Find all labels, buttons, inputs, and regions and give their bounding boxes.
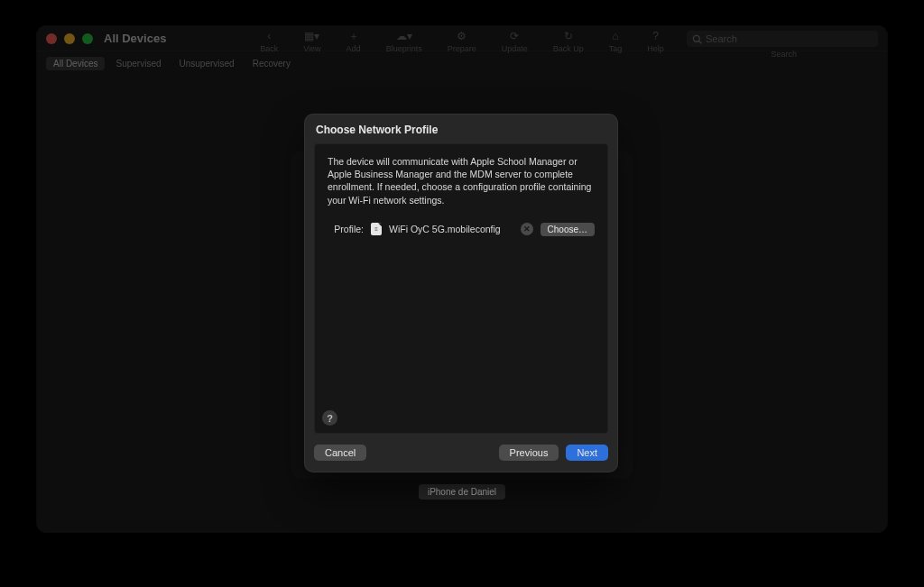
chevron-left-icon: ‹ (267, 30, 271, 42)
previous-button[interactable]: Previous (499, 445, 559, 461)
cancel-button[interactable]: Cancel (314, 445, 366, 461)
svg-line-1 (699, 41, 702, 43)
toolbar-back-button[interactable]: ‹ Back (260, 30, 278, 53)
toolbar-label: Prepare (448, 44, 476, 53)
toolbar-label: Back Up (553, 44, 584, 53)
toolbar-label: Update (502, 44, 528, 53)
search-icon (692, 34, 702, 44)
toolbar-tag-button[interactable]: ⌂ Tag (609, 30, 623, 53)
filter-unsupervised[interactable]: Unsupervised (172, 57, 242, 70)
toolbar-label: Help (647, 44, 664, 53)
search-input[interactable]: Search (687, 31, 878, 47)
mobileconfig-file-icon: ≡ (371, 223, 382, 235)
plus-icon: ＋ (348, 30, 359, 42)
toolbar-label: Back (260, 44, 278, 53)
clear-profile-button[interactable]: ✕ (521, 223, 533, 235)
sheet-body: The device will communicate with Apple S… (314, 143, 608, 434)
app-window: All Devices ‹ Back ▦▾ View ＋ Add ☁▾ Blue… (37, 26, 887, 532)
toolbar-label: Blueprints (386, 44, 422, 53)
sheet-title: Choose Network Profile (305, 115, 617, 143)
choose-profile-button[interactable]: Choose… (541, 223, 595, 236)
filter-supervised[interactable]: Supervised (108, 57, 168, 70)
search-label: Search (771, 50, 797, 59)
svg-point-0 (693, 35, 699, 41)
profile-row: Profile: ≡ WiFi OyC 5G.mobileconfig ✕ Ch… (328, 223, 595, 236)
filter-recovery[interactable]: Recovery (245, 57, 298, 70)
filter-bar: All Devices Supervised Unsupervised Reco… (46, 57, 298, 70)
toolbar-view-button[interactable]: ▦▾ View (303, 30, 320, 53)
toolbar-label: Tag (609, 44, 623, 53)
toolbar-backup-button[interactable]: ↻ Back Up (553, 30, 584, 53)
toolbar-update-button[interactable]: ⟳ Update (502, 30, 528, 53)
grid-icon: ▦▾ (304, 30, 319, 42)
tag-icon: ⌂ (612, 30, 618, 42)
filter-all-devices[interactable]: All Devices (46, 57, 105, 70)
help-button[interactable]: ? (322, 410, 337, 426)
search-placeholder: Search (706, 33, 737, 44)
toolbar-blueprints-button[interactable]: ☁▾ Blueprints (386, 30, 422, 53)
device-name-label[interactable]: iPhone de Daniel (419, 484, 505, 500)
blueprints-icon: ☁▾ (396, 30, 412, 42)
profile-filename: WiFi OyC 5G.mobileconfig (389, 224, 513, 234)
toolbar-add-button[interactable]: ＋ Add (346, 30, 361, 53)
toolbar-prepare-button[interactable]: ⚙ Prepare (448, 30, 476, 53)
sheet-description: The device will communicate with Apple S… (328, 155, 595, 206)
gear-icon: ⚙ (457, 30, 467, 42)
backup-icon: ↻ (564, 30, 573, 42)
toolbar-label: Add (346, 44, 361, 53)
close-icon: ✕ (523, 225, 531, 234)
profile-label: Profile: (328, 224, 364, 234)
sheet-footer: Cancel Previous Next (305, 434, 617, 472)
next-button[interactable]: Next (566, 445, 608, 461)
toolbar-label: View (303, 44, 320, 53)
help-icon: ? (652, 30, 659, 42)
toolbar-help-button[interactable]: ? Help (647, 30, 664, 53)
choose-network-profile-sheet: Choose Network Profile The device will c… (304, 114, 618, 472)
refresh-icon: ⟳ (510, 30, 519, 42)
